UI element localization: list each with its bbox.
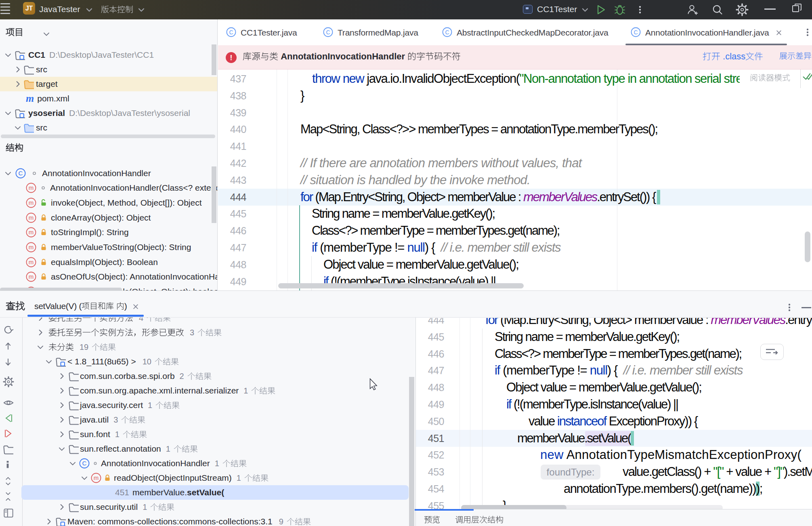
svg-text:C: C [229,29,233,36]
svg-text:m: m [29,273,34,280]
svg-text:m: m [29,229,34,236]
svg-text:m: m [29,214,34,221]
svg-text:C: C [445,29,449,36]
svg-text:m: m [29,199,34,206]
svg-text:m: m [29,244,34,250]
svg-text:m: m [29,184,34,191]
svg-text:C: C [326,29,330,36]
svg-text:C: C [634,29,638,36]
svg-text:C: C [82,460,87,467]
svg-text:m: m [29,259,34,265]
svg-text:m: m [94,474,99,481]
svg-text:C: C [19,170,23,177]
